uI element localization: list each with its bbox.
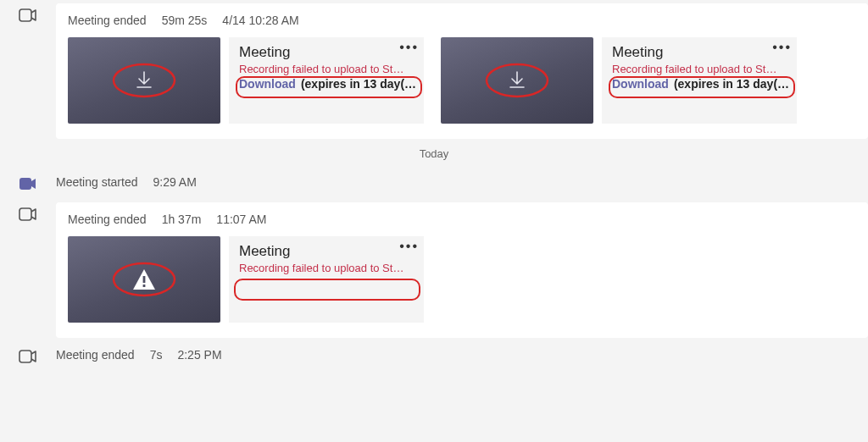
recording-fail-text: Recording failed to upload to St… bbox=[612, 63, 788, 75]
event-row-2: Meeting started 9:29 AM bbox=[0, 169, 868, 199]
event-icon-gutter bbox=[0, 3, 56, 22]
svg-rect-8 bbox=[19, 351, 31, 362]
camera-outline-icon bbox=[19, 207, 37, 221]
event-card-3: Meeting ended 1h 37m 11:07 AM ••• bbox=[56, 202, 868, 338]
time-label: 9:29 AM bbox=[153, 175, 197, 189]
recording-card[interactable]: ••• Meeting Recording failed to upload t… bbox=[68, 37, 424, 124]
event-icon-gutter bbox=[0, 345, 56, 363]
recording-info: ••• Meeting Recording failed to upload t… bbox=[602, 37, 797, 124]
event-status-line: Meeting ended 1h 37m 11:07 AM bbox=[68, 209, 856, 233]
event-status-line: Meeting ended 59m 25s 4/14 10:28 AM bbox=[68, 10, 856, 34]
more-icon[interactable]: ••• bbox=[399, 240, 419, 253]
event-icon-gutter bbox=[0, 202, 56, 221]
recording-cards: ••• Meeting Recording failed to upload t… bbox=[68, 236, 856, 323]
download-link[interactable]: Download bbox=[612, 77, 669, 91]
more-icon[interactable]: ••• bbox=[772, 41, 792, 54]
recording-card[interactable]: ••• Meeting Recording failed to upload t… bbox=[68, 236, 424, 323]
annotation-box-icon bbox=[234, 279, 420, 301]
date-divider: Today bbox=[0, 142, 868, 169]
recording-title: Meeting bbox=[612, 44, 788, 61]
recording-download-line: Download (expires in 13 day(… bbox=[239, 77, 415, 91]
recording-cards: ••• Meeting Recording failed to upload t… bbox=[68, 37, 856, 124]
recording-download-line: Download (expires in 13 day(… bbox=[612, 77, 788, 91]
svg-rect-4 bbox=[19, 208, 31, 220]
camera-outline-icon bbox=[19, 8, 37, 22]
svg-rect-3 bbox=[19, 178, 31, 190]
event-status-line: Meeting ended 7s 2:25 PM bbox=[56, 345, 868, 368]
duration-label: 7s bbox=[150, 348, 163, 362]
recording-fail-text: Recording failed to upload to St… bbox=[239, 63, 415, 75]
expires-text: (expires in 13 day(… bbox=[301, 77, 416, 91]
recording-fail-text: Recording failed to upload to St… bbox=[239, 262, 415, 274]
download-icon bbox=[505, 69, 529, 92]
time-label: 4/14 10:28 AM bbox=[222, 14, 298, 27]
camera-filled-icon bbox=[19, 177, 37, 191]
status-label: Meeting ended bbox=[56, 348, 135, 362]
event-status-line: Meeting started 9:29 AM bbox=[56, 172, 868, 196]
svg-rect-6 bbox=[143, 285, 146, 287]
recording-info: ••• Meeting Recording failed to upload t… bbox=[229, 37, 424, 124]
expires-text: (expires in 13 day(… bbox=[674, 77, 789, 91]
duration-label: 59m 25s bbox=[162, 14, 208, 27]
recording-info: ••• Meeting Recording failed to upload t… bbox=[229, 236, 424, 323]
recording-thumb[interactable] bbox=[441, 37, 593, 124]
warning-icon bbox=[131, 268, 157, 291]
recording-card[interactable]: ••• Meeting Recording failed to upload t… bbox=[441, 37, 797, 124]
recording-thumb[interactable] bbox=[68, 236, 220, 323]
duration-label: 1h 37m bbox=[162, 213, 202, 226]
more-icon[interactable]: ••• bbox=[399, 41, 419, 54]
recording-thumb[interactable] bbox=[68, 37, 220, 124]
event-row-3: Meeting ended 1h 37m 11:07 AM ••• bbox=[0, 199, 868, 341]
status-label: Meeting ended bbox=[68, 213, 147, 226]
event-row-4: Meeting ended 7s 2:25 PM bbox=[0, 341, 868, 372]
recording-title: Meeting bbox=[239, 44, 415, 61]
time-label: 11:07 AM bbox=[216, 213, 266, 226]
svg-rect-0 bbox=[19, 9, 31, 21]
time-label: 2:25 PM bbox=[177, 348, 221, 362]
status-label: Meeting started bbox=[56, 175, 138, 189]
download-icon bbox=[132, 69, 156, 92]
event-row-1: Meeting ended 59m 25s 4/14 10:28 AM ••• … bbox=[0, 0, 868, 142]
event-card-1: Meeting ended 59m 25s 4/14 10:28 AM ••• … bbox=[56, 3, 868, 139]
download-link[interactable]: Download bbox=[239, 77, 296, 91]
recording-title: Meeting bbox=[239, 243, 415, 260]
event-icon-gutter bbox=[0, 172, 56, 191]
status-label: Meeting ended bbox=[68, 14, 147, 27]
svg-rect-5 bbox=[143, 276, 146, 283]
camera-outline-icon bbox=[19, 350, 37, 363]
